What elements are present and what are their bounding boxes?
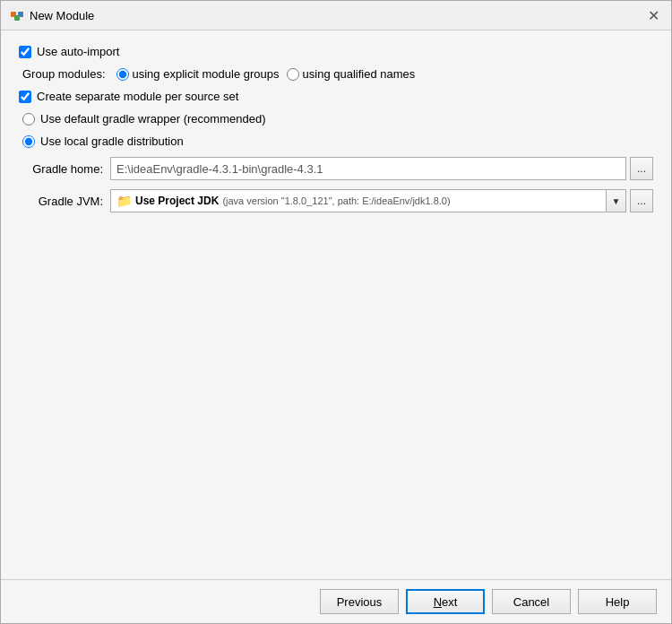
gradle-jvm-browse-button[interactable]: ... <box>630 189 653 212</box>
dialog-icon <box>10 8 24 22</box>
cancel-button[interactable]: Cancel <box>492 589 571 614</box>
svg-rect-2 <box>14 15 20 21</box>
explicit-group-radio[interactable] <box>116 68 129 81</box>
gradle-home-row: Gradle home: ... <box>19 157 653 180</box>
next-label: Next <box>434 595 458 609</box>
jdk-detail-text: (java version "1.8.0_121", path: E:/idea… <box>222 195 450 206</box>
jdk-folder-icon: 📁 <box>116 194 132 208</box>
gradle-home-input[interactable] <box>110 157 626 180</box>
use-auto-import-label[interactable]: Use auto-import <box>37 45 119 58</box>
dialog-title: New Module <box>30 9 94 22</box>
help-button[interactable]: Help <box>578 589 657 614</box>
dialog-footer: Previous Next Cancel Help <box>1 579 671 623</box>
jdk-bold-text: Use Project JDK <box>135 195 219 207</box>
close-button[interactable]: ✕ <box>644 6 662 24</box>
group-modules-row: Group modules: using explicit module gro… <box>19 67 653 81</box>
gradle-jvm-row: Gradle JVM: 📁 Use Project JDK (java vers… <box>19 189 653 212</box>
gradle-jvm-label: Gradle JVM: <box>22 195 103 208</box>
gradle-home-input-container: ... <box>110 157 653 180</box>
new-module-dialog: New Module ✕ Use auto-import Group modul… <box>0 0 672 624</box>
title-bar-left: New Module <box>10 8 94 22</box>
title-bar: New Module ✕ <box>1 1 671 30</box>
create-separate-row: Create separate module per source set <box>19 90 653 103</box>
create-separate-checkbox[interactable] <box>19 91 31 103</box>
qualified-group-option: using qualified names <box>287 67 416 81</box>
gradle-local-row: Use local gradle distribution <box>19 134 653 148</box>
group-modules-label: Group modules: <box>22 67 106 81</box>
help-label: Help <box>606 595 630 609</box>
use-auto-import-row: Use auto-import <box>19 45 653 58</box>
previous-label: Previous <box>337 595 383 609</box>
gradle-jvm-dropdown-wrapper: 📁 Use Project JDK (java version "1.8.0_1… <box>110 189 626 212</box>
use-auto-import-checkbox[interactable] <box>19 46 31 58</box>
qualified-group-label[interactable]: using qualified names <box>303 67 416 81</box>
gradle-jvm-select-container: 📁 Use Project JDK (java version "1.8.0_1… <box>110 189 653 212</box>
explicit-group-option: using explicit module groups <box>116 67 280 81</box>
gradle-wrapper-radio[interactable] <box>22 113 35 126</box>
gradle-wrapper-label[interactable]: Use default gradle wrapper (recommended) <box>40 112 265 126</box>
next-button[interactable]: Next <box>406 589 485 614</box>
explicit-group-label[interactable]: using explicit module groups <box>133 67 280 81</box>
gradle-home-label: Gradle home: <box>22 162 103 176</box>
dialog-content: Use auto-import Group modules: using exp… <box>1 30 671 579</box>
gradle-jvm-dropdown-arrow[interactable]: ▼ <box>606 190 625 212</box>
gradle-wrapper-row: Use default gradle wrapper (recommended) <box>19 112 653 126</box>
create-separate-label[interactable]: Create separate module per source set <box>37 90 238 103</box>
gradle-local-radio[interactable] <box>22 135 35 148</box>
gradle-local-label[interactable]: Use local gradle distribution <box>40 134 184 148</box>
qualified-group-radio[interactable] <box>287 68 299 81</box>
gradle-jvm-dropdown[interactable]: 📁 Use Project JDK (java version "1.8.0_1… <box>111 190 606 212</box>
previous-button[interactable]: Previous <box>320 589 399 614</box>
gradle-home-browse-button[interactable]: ... <box>630 157 653 180</box>
cancel-label: Cancel <box>513 595 549 609</box>
